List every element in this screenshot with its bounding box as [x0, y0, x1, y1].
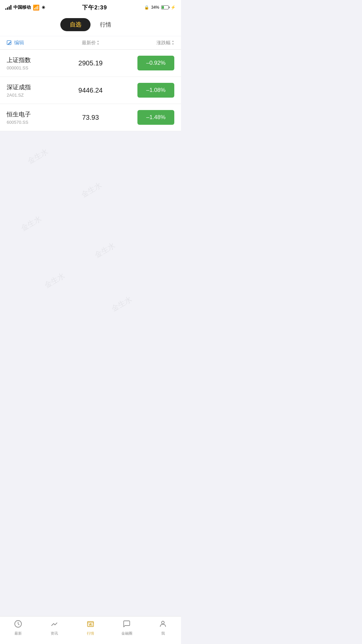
column-headers: 编辑 最新价 ▲▼ 涨跌幅 ▲▼: [0, 36, 181, 50]
stock-change-2: –1.48%: [118, 110, 174, 125]
watermark: 金生水: [26, 147, 50, 166]
price-sort-arrows: ▲▼: [97, 40, 100, 46]
change-badge-0: –0.92%: [137, 56, 174, 70]
watermark: 金生水: [110, 294, 134, 314]
watermark: 金生水: [19, 214, 43, 233]
charge-icon: ⚡: [171, 5, 176, 10]
stock-price-2: 73.93: [63, 114, 119, 121]
stock-name-0: 上证指数: [7, 56, 63, 64]
wifi-icon: 📶: [33, 4, 40, 11]
edit-icon: [7, 40, 12, 46]
change-label: 涨跌幅: [157, 40, 171, 46]
change-header[interactable]: 涨跌幅 ▲▼: [118, 40, 174, 46]
stock-code-1: 2A01.SZ: [7, 93, 63, 98]
stock-code-2: 600570.SS: [7, 120, 63, 125]
stock-change-0: –0.92%: [118, 56, 174, 70]
lock-icon: 🔒: [144, 5, 149, 10]
tab-market[interactable]: 行情: [90, 18, 121, 31]
change-sort-arrows: ▲▼: [172, 40, 174, 46]
stock-price-1: 9446.24: [63, 87, 119, 94]
stock-change-1: –1.08%: [118, 83, 174, 98]
status-bar: 中国移动 📶 ✳ 下午2:39 🔒 34% ⚡: [0, 0, 181, 15]
status-left: 中国移动 📶 ✳: [5, 4, 45, 11]
battery-percent: 34%: [151, 5, 159, 10]
extra-icon: ✳: [42, 5, 45, 10]
edit-section[interactable]: 编辑: [7, 40, 63, 46]
stock-info-0: 上证指数 000001.SS: [7, 56, 63, 70]
stock-list: 上证指数 000001.SS 2905.19 –0.92% 深证成指 2A01.…: [0, 50, 181, 131]
carrier-label: 中国移动: [13, 4, 31, 10]
change-badge-2: –1.48%: [137, 110, 174, 125]
table-row[interactable]: 上证指数 000001.SS 2905.19 –0.92%: [0, 50, 181, 77]
table-row[interactable]: 深证成指 2A01.SZ 9446.24 –1.08%: [0, 77, 181, 104]
stock-info-1: 深证成指 2A01.SZ: [7, 83, 63, 98]
stock-name-1: 深证成指: [7, 83, 63, 91]
stock-info-2: 恒生电子 600570.SS: [7, 110, 63, 125]
empty-area: 金生水 金生水 金生水 金生水 金生水 金生水: [0, 131, 181, 316]
status-right: 🔒 34% ⚡: [144, 5, 176, 10]
stock-name-2: 恒生电子: [7, 110, 63, 118]
stock-price-0: 2905.19: [63, 59, 119, 67]
stock-code-0: 000001.SS: [7, 65, 63, 70]
edit-label: 编辑: [14, 40, 24, 46]
top-tab-bar: 自选 行情: [0, 15, 181, 36]
status-time: 下午2:39: [82, 4, 107, 11]
watermark: 金生水: [93, 240, 117, 260]
change-badge-1: –1.08%: [137, 83, 174, 98]
signal-icon: [5, 5, 11, 10]
tab-watchlist[interactable]: 自选: [60, 18, 90, 31]
price-label: 最新价: [82, 40, 96, 46]
table-row[interactable]: 恒生电子 600570.SS 73.93 –1.48%: [0, 104, 181, 131]
battery-icon: [161, 5, 169, 9]
watermark: 金生水: [79, 180, 104, 200]
watermark: 金生水: [43, 271, 67, 290]
price-header[interactable]: 最新价 ▲▼: [63, 40, 119, 46]
